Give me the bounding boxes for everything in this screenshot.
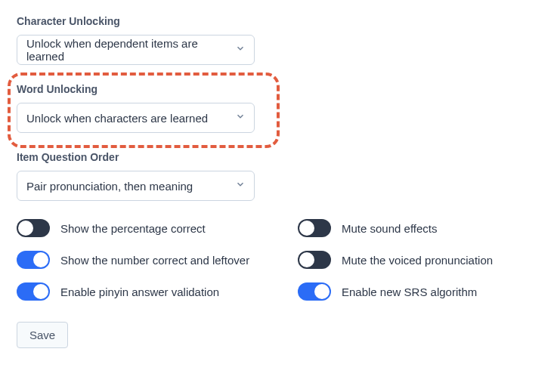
toggle-switch[interactable] — [298, 282, 331, 301]
toggle-label: Enable new SRS algorithm — [342, 286, 477, 298]
toggle-new-srs: Enable new SRS algorithm — [298, 282, 493, 301]
word-unlocking-field: Word Unlocking Unlock when characters ar… — [17, 83, 542, 133]
select-value: Unlock when characters are learned — [17, 103, 255, 133]
toggle-mute-sound: Mute sound effects — [298, 219, 493, 237]
toggle-mute-pronunciation: Mute the voiced pronunciation — [298, 251, 493, 269]
toggle-section: Show the percentage correct Show the num… — [17, 219, 542, 301]
toggle-label: Show the percentage correct — [60, 222, 206, 235]
select-value: Unlock when dependent items are learned — [17, 35, 255, 65]
toggle-switch[interactable] — [17, 282, 50, 301]
item-question-order-field: Item Question Order Pair pronunciation, … — [17, 151, 542, 201]
word-unlocking-label: Word Unlocking — [17, 83, 542, 95]
toggle-switch[interactable] — [17, 219, 50, 237]
toggle-pinyin-validation: Enable pinyin answer validation — [17, 282, 268, 301]
toggle-switch[interactable] — [298, 251, 331, 269]
toggle-switch[interactable] — [298, 219, 331, 237]
toggle-col-left: Show the percentage correct Show the num… — [17, 219, 268, 301]
toggle-label: Show the number correct and leftover — [60, 254, 249, 267]
toggle-label: Enable pinyin answer validation — [60, 286, 219, 298]
toggle-label: Mute the voiced pronunciation — [342, 254, 493, 267]
toggle-switch[interactable] — [17, 251, 50, 269]
toggle-number-correct: Show the number correct and leftover — [17, 251, 268, 269]
character-unlocking-select[interactable]: Unlock when dependent items are learned — [17, 35, 255, 65]
item-question-order-label: Item Question Order — [17, 151, 542, 163]
word-unlocking-select[interactable]: Unlock when characters are learned — [17, 103, 255, 133]
toggle-label: Mute sound effects — [342, 222, 437, 235]
toggle-percentage-correct: Show the percentage correct — [17, 219, 268, 237]
select-value: Pair pronunciation, then meaning — [17, 171, 255, 201]
toggle-col-right: Mute sound effects Mute the voiced pronu… — [298, 219, 493, 301]
save-button[interactable]: Save — [17, 322, 68, 348]
character-unlocking-field: Character Unlocking Unlock when dependen… — [17, 15, 542, 65]
character-unlocking-label: Character Unlocking — [17, 15, 542, 27]
item-question-order-select[interactable]: Pair pronunciation, then meaning — [17, 171, 255, 201]
